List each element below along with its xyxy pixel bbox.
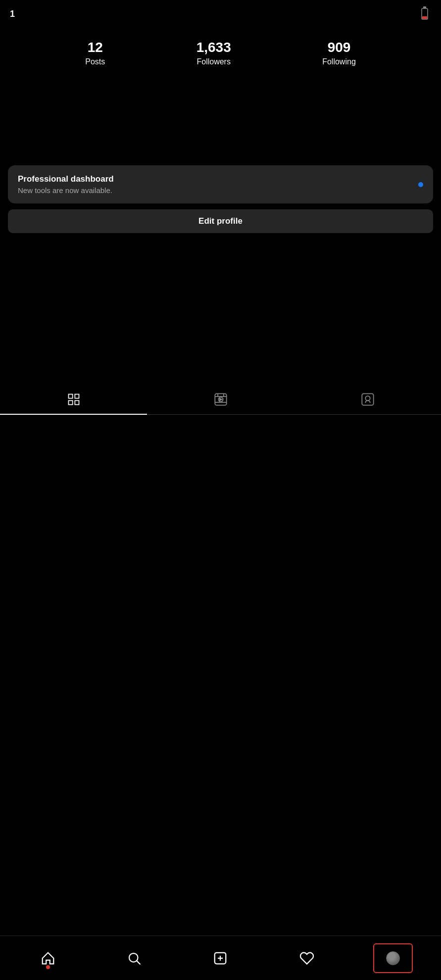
bottom-nav bbox=[0, 935, 441, 980]
activity-icon bbox=[299, 951, 314, 966]
followers-stat[interactable]: 1,633 Followers bbox=[196, 40, 231, 66]
svg-rect-2 bbox=[422, 16, 427, 19]
battery-indicator bbox=[421, 6, 431, 21]
svg-point-15 bbox=[365, 396, 370, 400]
svg-rect-14 bbox=[362, 393, 373, 405]
svg-point-16 bbox=[129, 953, 138, 962]
bio-area bbox=[10, 86, 431, 155]
tagged-icon bbox=[361, 392, 375, 406]
profile-tabs bbox=[0, 385, 441, 415]
following-label: Following bbox=[322, 57, 356, 66]
nav-search[interactable] bbox=[114, 943, 154, 973]
tab-tagged[interactable] bbox=[294, 385, 441, 414]
profile-section: 12 Posts 1,633 Followers 909 Following bbox=[0, 25, 441, 165]
nav-profile[interactable] bbox=[373, 943, 413, 973]
tab-reels[interactable] bbox=[147, 385, 294, 414]
status-time: 1 bbox=[10, 9, 15, 19]
search-icon bbox=[127, 951, 142, 966]
pro-dashboard-text: Professional dashboard New tools are now… bbox=[18, 174, 412, 195]
nav-home[interactable] bbox=[28, 943, 68, 973]
reels-icon bbox=[214, 392, 228, 406]
posts-count: 12 bbox=[88, 40, 103, 55]
home-icon bbox=[41, 951, 55, 966]
grid-icon bbox=[67, 392, 81, 406]
pro-dashboard-notification-dot bbox=[418, 182, 423, 187]
followers-label: Followers bbox=[196, 57, 230, 66]
svg-line-17 bbox=[137, 961, 141, 964]
svg-rect-3 bbox=[68, 394, 72, 398]
svg-rect-6 bbox=[75, 400, 79, 404]
posts-label: Posts bbox=[85, 57, 105, 66]
posts-stat[interactable]: 12 Posts bbox=[85, 40, 105, 66]
profile-avatar-nav bbox=[386, 951, 400, 965]
tab-grid[interactable] bbox=[0, 385, 147, 414]
svg-marker-13 bbox=[219, 398, 222, 401]
create-icon bbox=[213, 951, 228, 966]
svg-rect-4 bbox=[75, 394, 79, 398]
post-thumbnail-1[interactable] bbox=[0, 415, 147, 561]
nav-create[interactable] bbox=[200, 943, 240, 973]
pro-dashboard-card[interactable]: Professional dashboard New tools are now… bbox=[8, 165, 433, 203]
content-spacer bbox=[0, 241, 441, 380]
pro-dashboard-title: Professional dashboard bbox=[18, 174, 412, 184]
stats-row: 12 Posts 1,633 Followers 909 Following bbox=[10, 30, 431, 76]
nav-activity[interactable] bbox=[287, 943, 327, 973]
followers-count: 1,633 bbox=[196, 40, 231, 55]
svg-rect-5 bbox=[68, 400, 72, 404]
svg-rect-1 bbox=[423, 6, 426, 8]
following-count: 909 bbox=[328, 40, 351, 55]
status-bar: 1 bbox=[0, 0, 441, 25]
edit-profile-button[interactable]: Edit profile bbox=[8, 209, 433, 233]
following-stat[interactable]: 909 Following bbox=[322, 40, 356, 66]
home-notification-dot bbox=[46, 965, 50, 969]
pro-dashboard-subtitle: New tools are now available. bbox=[18, 186, 412, 195]
posts-grid-area bbox=[0, 415, 441, 712]
